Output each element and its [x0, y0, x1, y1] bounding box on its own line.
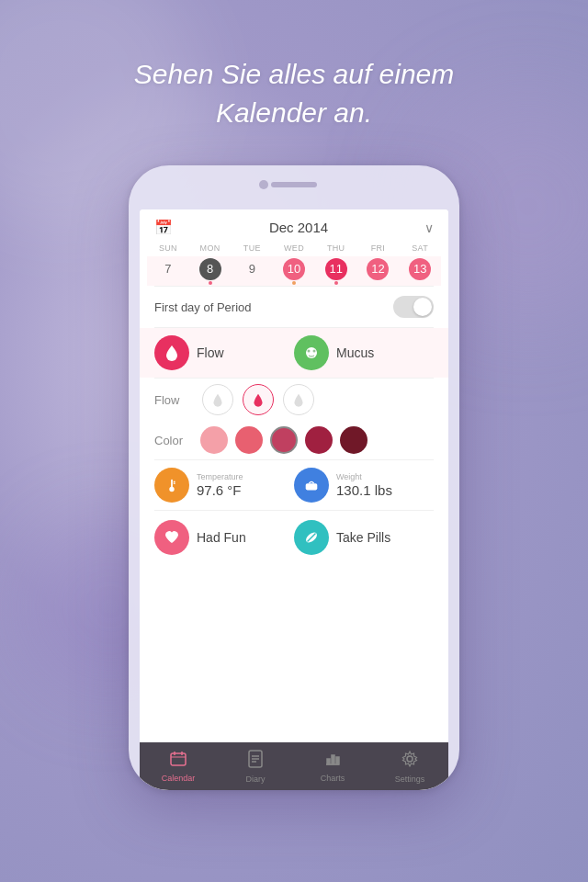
phone-shell: 📅 Dec 2014 ∨ SUN MON TUE WED THU FRI SAT…: [129, 165, 459, 790]
tab-diary-label: Diary: [245, 775, 265, 784]
flow-icon-circle: [154, 335, 189, 370]
svg-rect-19: [327, 759, 330, 764]
flow-mucus-row: Flow Mucus: [140, 328, 448, 378]
tab-calendar[interactable]: Calendar: [140, 742, 217, 790]
tab-calendar-icon: [169, 751, 187, 772]
had-fun-label: Had Fun: [197, 530, 246, 545]
stats-row: Temperature 97.6 °F Weight 130.1 lbs: [140, 460, 448, 510]
cal-day-7[interactable]: 7: [147, 256, 189, 286]
flow-level-label: Flow: [154, 393, 193, 407]
weekday-mon: MON: [189, 243, 232, 253]
weight-icon: [294, 468, 329, 503]
flow-level-2[interactable]: [243, 384, 274, 415]
tab-settings-label: Settings: [395, 775, 425, 784]
svg-rect-3: [171, 480, 173, 488]
color-swatch-5[interactable]: [340, 426, 368, 454]
calendar-month: Dec 2014: [269, 220, 328, 235]
actions-row: Had Fun Take Pills: [140, 511, 448, 562]
weight-item[interactable]: Weight 130.1 lbs: [294, 468, 434, 503]
take-pills-label: Take Pills: [336, 530, 390, 545]
phone-camera: [259, 180, 268, 189]
calendar-icon: 📅: [154, 219, 173, 236]
weekday-sat: SAT: [399, 243, 441, 253]
take-pills-item[interactable]: Take Pills: [294, 520, 434, 555]
cal-day-11[interactable]: 11: [315, 256, 357, 286]
mucus-item[interactable]: Mucus: [294, 335, 434, 370]
first-day-row: First day of Period: [140, 287, 448, 327]
cal-day-13[interactable]: 13: [399, 256, 441, 286]
svg-rect-21: [336, 757, 339, 764]
tab-charts-label: Charts: [321, 774, 345, 783]
headline: Sehen Sie alles auf einem Kalender an.: [0, 55, 588, 132]
weight-value: 130.1 lbs: [336, 482, 392, 498]
tab-calendar-label: Calendar: [162, 774, 196, 783]
tab-charts[interactable]: Charts: [294, 742, 371, 790]
tab-settings-icon: [401, 750, 419, 773]
cal-day-9[interactable]: 9: [231, 256, 273, 286]
calendar-days-row: 7 8 9 10: [147, 256, 441, 286]
headline-line1: Sehen Sie alles auf einem: [134, 59, 455, 89]
color-swatch-4[interactable]: [305, 426, 333, 454]
flow-item[interactable]: Flow: [154, 335, 294, 370]
color-label: Color: [154, 434, 193, 447]
cal-day-10[interactable]: 10: [273, 256, 315, 286]
weight-sublabel: Weight: [336, 472, 392, 481]
svg-point-2: [313, 350, 316, 353]
tab-charts-icon: [323, 751, 342, 772]
calendar-chevron-icon[interactable]: ∨: [424, 220, 434, 235]
tab-diary[interactable]: Diary: [217, 742, 294, 790]
mucus-icon-circle: [294, 335, 329, 370]
color-swatch-3[interactable]: [270, 426, 298, 454]
had-fun-item[interactable]: Had Fun: [154, 520, 294, 555]
svg-point-4: [169, 487, 174, 492]
flow-level-row: Flow: [140, 379, 448, 421]
svg-point-1: [308, 350, 311, 353]
tab-settings[interactable]: Settings: [371, 742, 448, 790]
first-day-label: First day of Period: [154, 300, 252, 314]
temperature-sublabel: Temperature: [197, 472, 243, 481]
calendar-header[interactable]: 📅 Dec 2014 ∨: [140, 209, 448, 243]
calendar-grid: SUN MON TUE WED THU FRI SAT 7 8: [140, 243, 448, 286]
color-swatch-1[interactable]: [200, 426, 228, 454]
weekday-wed: WED: [273, 243, 315, 253]
temperature-icon: [154, 468, 189, 503]
toggle-knob: [413, 298, 432, 316]
color-row: Color: [140, 421, 448, 459]
svg-rect-7: [306, 483, 318, 490]
flow-level-1[interactable]: [202, 384, 233, 415]
first-day-toggle[interactable]: [393, 296, 434, 318]
tab-diary-icon: [247, 750, 264, 773]
flow-label: Flow: [197, 345, 224, 360]
svg-rect-10: [171, 753, 186, 765]
calendar-weekdays: SUN MON TUE WED THU FRI SAT: [147, 243, 441, 256]
had-fun-icon: [154, 520, 189, 555]
temperature-item[interactable]: Temperature 97.6 °F: [154, 468, 294, 503]
phone-speaker: [271, 182, 317, 187]
svg-rect-20: [332, 755, 334, 764]
screen: 📅 Dec 2014 ∨ SUN MON TUE WED THU FRI SAT…: [140, 209, 448, 790]
headline-line2: Kalender an.: [216, 97, 372, 128]
cal-day-12[interactable]: 12: [357, 256, 400, 286]
tab-bar: Calendar Diary: [140, 742, 448, 790]
temperature-value: 97.6 °F: [197, 482, 242, 498]
cal-day-8[interactable]: 8: [189, 256, 232, 286]
color-swatch-2[interactable]: [235, 426, 263, 454]
weekday-thu: THU: [315, 243, 357, 253]
take-pills-icon: [294, 520, 329, 555]
weekday-fri: FRI: [357, 243, 400, 253]
weekday-sun: SUN: [147, 243, 189, 253]
svg-point-22: [407, 756, 413, 762]
mucus-label: Mucus: [336, 345, 374, 360]
flow-level-3[interactable]: [283, 384, 314, 415]
weekday-tue: TUE: [231, 243, 273, 253]
